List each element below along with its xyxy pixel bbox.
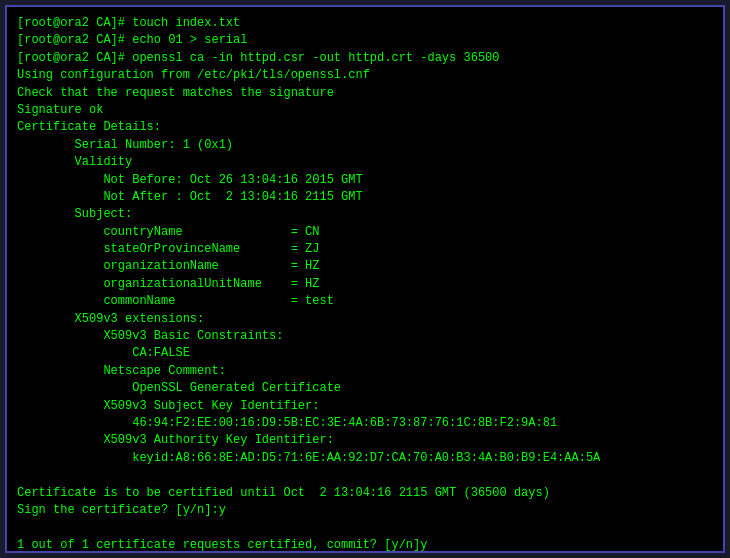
terminal-line: Validity [17,154,713,171]
terminal-line: organizationName = HZ [17,258,713,275]
terminal-line: Sign the certificate? [y/n]:y [17,502,713,519]
terminal-line: OpenSSL Generated Certificate [17,380,713,397]
terminal-line: Serial Number: 1 (0x1) [17,137,713,154]
terminal-line: Not After : Oct 2 13:04:16 2115 GMT [17,189,713,206]
terminal-line [17,467,713,484]
terminal-line: Subject: [17,206,713,223]
terminal-line: Certificate is to be certified until Oct… [17,485,713,502]
terminal-line: [root@ora2 CA]# echo 01 > serial [17,32,713,49]
terminal-line: CA:FALSE [17,345,713,362]
terminal-line: 1 out of 1 certificate requests certifie… [17,537,713,551]
terminal-line: stateOrProvinceName = ZJ [17,241,713,258]
terminal-line: [root@ora2 CA]# openssl ca -in httpd.csr… [17,50,713,67]
terminal-line [17,519,713,536]
terminal-line: [root@ora2 CA]# touch index.txt [17,15,713,32]
terminal-window: [root@ora2 CA]# touch index.txt[root@ora… [5,5,725,553]
terminal-body[interactable]: [root@ora2 CA]# touch index.txt[root@ora… [7,7,723,551]
terminal-line: Certificate Details: [17,119,713,136]
terminal-line: 46:94:F2:EE:00:16:D9:5B:EC:3E:4A:6B:73:8… [17,415,713,432]
terminal-line: Netscape Comment: [17,363,713,380]
terminal-line: Check that the request matches the signa… [17,85,713,102]
terminal-line: X509v3 Subject Key Identifier: [17,398,713,415]
terminal-line: X509v3 Authority Key Identifier: [17,432,713,449]
terminal-line: Using configuration from /etc/pki/tls/op… [17,67,713,84]
terminal-line: Not Before: Oct 26 13:04:16 2015 GMT [17,172,713,189]
terminal-line: organizationalUnitName = HZ [17,276,713,293]
terminal-line: X509v3 Basic Constraints: [17,328,713,345]
terminal-line: commonName = test [17,293,713,310]
terminal-line: X509v3 extensions: [17,311,713,328]
terminal-line: countryName = CN [17,224,713,241]
terminal-line: keyid:A8:66:8E:AD:D5:71:6E:AA:92:D7:CA:7… [17,450,713,467]
terminal-line: Signature ok [17,102,713,119]
